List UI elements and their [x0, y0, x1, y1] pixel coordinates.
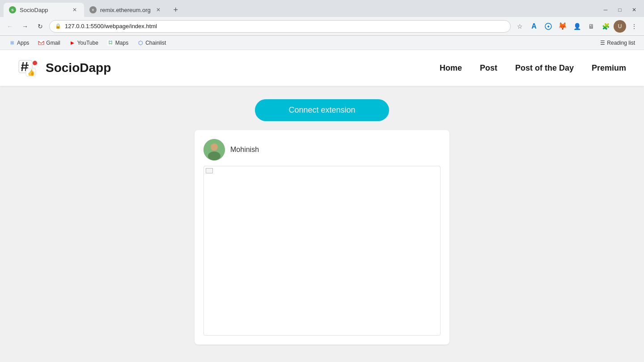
- svg-text:👍: 👍: [27, 69, 35, 76]
- bookmark-maps[interactable]: Maps: [104, 38, 132, 48]
- svg-rect-6: [38, 40, 44, 46]
- reading-list-label: Reading list: [607, 40, 635, 46]
- bookmark-maps-label: Maps: [115, 40, 128, 46]
- wallet-icon[interactable]: 👤: [571, 20, 583, 33]
- svg-point-17: [211, 143, 218, 151]
- post-card: Mohinish: [195, 130, 449, 345]
- post-avatar: [203, 139, 225, 160]
- bookmark-gmail[interactable]: Gmail: [34, 38, 64, 48]
- logo-icon: 👍: [18, 57, 40, 79]
- bookmarks-bar: ⊞ Apps Gmail ▶ YouTube: [0, 36, 644, 50]
- profile-avatar[interactable]: U: [614, 20, 626, 33]
- app-nav: Home Post Post of the Day Premium: [440, 63, 626, 73]
- tab-bar: S SocioDapp ✕ R remix.ethereum.org ✕ + ─…: [0, 0, 644, 17]
- svg-text:R: R: [92, 8, 94, 12]
- close-button[interactable]: ✕: [628, 4, 640, 16]
- svg-text:✦: ✦: [547, 24, 550, 29]
- youtube-favicon: ▶: [69, 40, 76, 46]
- nav-home[interactable]: Home: [440, 63, 462, 73]
- navigation-bar: ← → ↻ 🔒 127.0.0.1:5500/webpage/index.htm…: [0, 17, 644, 36]
- edge-icon-a[interactable]: A: [528, 20, 540, 33]
- tv-icon[interactable]: 🖥: [585, 20, 597, 33]
- maps-favicon: [107, 40, 114, 46]
- tab-remix[interactable]: R remix.ethereum.org ✕: [84, 3, 168, 17]
- bookmark-apps-label: Apps: [17, 40, 29, 46]
- bookmark-apps[interactable]: ⊞ Apps: [5, 38, 33, 48]
- tab-favicon-1: S: [9, 6, 16, 13]
- fox-icon[interactable]: 🦊: [556, 20, 569, 33]
- nav-post[interactable]: Post: [480, 63, 497, 73]
- copilot-icon[interactable]: ✦: [542, 20, 555, 33]
- post-image-area: [203, 166, 441, 336]
- browser-chrome: S SocioDapp ✕ R remix.ethereum.org ✕ + ─…: [0, 0, 644, 50]
- post-username: Mohinish: [230, 146, 259, 154]
- back-button[interactable]: ←: [4, 20, 16, 33]
- toolbar-icons: ☆ A ✦ 🦊 👤 🖥 🧩 U ⋮: [513, 20, 640, 33]
- maximize-button[interactable]: □: [614, 4, 626, 16]
- new-tab-button[interactable]: +: [169, 4, 182, 16]
- reading-list-button[interactable]: ☰ Reading list: [597, 38, 639, 48]
- tab-favicon-2: R: [89, 6, 97, 13]
- extensions-icon[interactable]: 🧩: [599, 20, 612, 33]
- post-image-placeholder: [206, 168, 213, 173]
- nav-premium[interactable]: Premium: [592, 63, 626, 73]
- gmail-favicon: [38, 40, 44, 46]
- app-title: SocioDapp: [46, 61, 111, 75]
- page-content: 👍 SocioDapp Home Post Post of the Day Pr…: [0, 50, 644, 362]
- nav-post-of-the-day[interactable]: Post of the Day: [515, 63, 574, 73]
- address-bar[interactable]: 🔒 127.0.0.1:5500/webpage/index.html: [49, 20, 511, 33]
- app-logo[interactable]: 👍 SocioDapp: [18, 57, 111, 79]
- chainlist-favicon: ⬡: [137, 40, 144, 46]
- post-section: Mohinish: [0, 130, 644, 354]
- app-navbar: 👍 SocioDapp Home Post Post of the Day Pr…: [0, 50, 644, 86]
- tab-title-2: remix.ethereum.org: [100, 7, 151, 13]
- tab-close-1[interactable]: ✕: [71, 6, 79, 14]
- bookmark-gmail-label: Gmail: [46, 40, 60, 46]
- svg-point-18: [208, 152, 220, 160]
- bookmark-star-icon[interactable]: ☆: [513, 20, 526, 33]
- reading-list-icon: ☰: [600, 40, 605, 46]
- apps-favicon: ⊞: [9, 40, 15, 46]
- svg-point-15: [33, 61, 37, 65]
- menu-icon[interactable]: ⋮: [628, 20, 640, 33]
- bookmark-youtube-label: YouTube: [77, 40, 98, 46]
- bookmark-chainlist-label: Chainlist: [145, 40, 166, 46]
- bookmark-chainlist[interactable]: ⬡ Chainlist: [134, 38, 169, 48]
- tab-title-1: SocioDapp: [20, 7, 67, 13]
- forward-button[interactable]: →: [19, 20, 31, 33]
- svg-rect-7: [107, 40, 114, 46]
- connect-section: Connect extension: [0, 86, 644, 130]
- post-header: Mohinish: [203, 139, 441, 160]
- tab-sociodapp[interactable]: S SocioDapp ✕: [4, 3, 84, 17]
- bookmark-youtube[interactable]: ▶ YouTube: [66, 38, 102, 48]
- connect-extension-button[interactable]: Connect extension: [255, 99, 389, 121]
- svg-text:S: S: [11, 8, 14, 12]
- address-text: 127.0.0.1:5500/webpage/index.html: [65, 23, 505, 29]
- security-icon: 🔒: [55, 23, 61, 29]
- reload-button[interactable]: ↻: [34, 20, 47, 33]
- minimize-button[interactable]: ─: [599, 4, 612, 16]
- tab-close-2[interactable]: ✕: [154, 6, 162, 14]
